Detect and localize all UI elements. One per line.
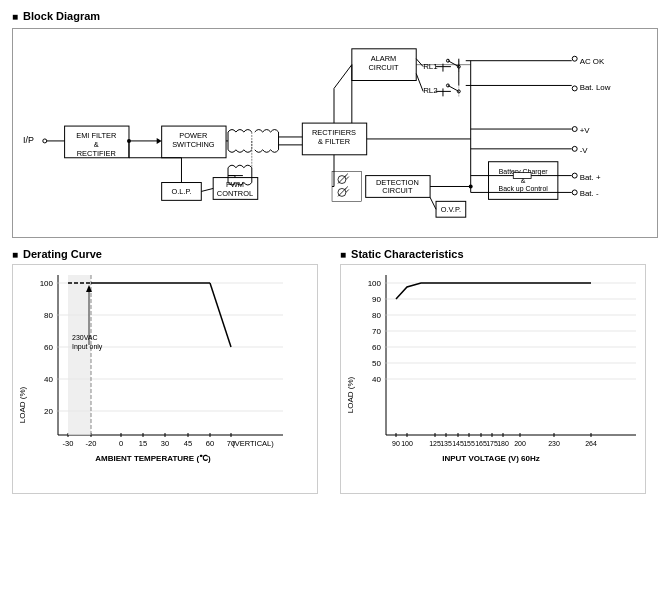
svg-text:0: 0 xyxy=(119,439,123,448)
svg-text:I/P: I/P xyxy=(23,135,34,145)
svg-text:264: 264 xyxy=(585,440,597,447)
block-diagram-svg: I/P EMI FILTER & RECTIFIER POWER SWITCHI… xyxy=(13,29,657,237)
page: Block Diagram I/P EMI FILTER & RECTIFIER… xyxy=(0,0,670,599)
svg-text:-30: -30 xyxy=(63,439,74,448)
svg-text:90: 90 xyxy=(392,440,400,447)
svg-text:DETECTION: DETECTION xyxy=(376,178,419,187)
svg-text:Bat. -: Bat. - xyxy=(580,189,599,198)
svg-text:40: 40 xyxy=(372,375,381,384)
derating-curve-container: LOAD (%) 100 80 60 40 xyxy=(12,264,318,494)
svg-text:SWITCHING: SWITCHING xyxy=(172,140,215,149)
svg-text:O.V.P.: O.V.P. xyxy=(441,205,461,214)
static-characteristics-svg: LOAD (%) 100 90 80 70 60 50 xyxy=(341,265,647,495)
svg-text:EMI FILTER: EMI FILTER xyxy=(76,131,116,140)
svg-point-43 xyxy=(572,56,577,61)
svg-text:Input only: Input only xyxy=(72,343,103,351)
svg-text:45: 45 xyxy=(184,439,192,448)
svg-text:30: 30 xyxy=(161,439,169,448)
svg-point-80 xyxy=(469,185,473,189)
svg-point-57 xyxy=(572,173,577,178)
svg-text:LOAD (%): LOAD (%) xyxy=(18,386,27,423)
derating-curve-svg: LOAD (%) 100 80 60 40 xyxy=(13,265,319,495)
svg-text:100: 100 xyxy=(40,279,54,288)
svg-marker-8 xyxy=(157,138,162,144)
svg-text:POWER: POWER xyxy=(179,131,207,140)
svg-text:PWM: PWM xyxy=(226,180,244,189)
svg-text:(VERTICAL): (VERTICAL) xyxy=(232,439,274,448)
svg-text:RL1: RL1 xyxy=(423,62,438,71)
static-characteristics-section: Static Characteristics LOAD (%) 100 90 8… xyxy=(340,248,658,494)
svg-text:& FILTER: & FILTER xyxy=(318,137,350,146)
svg-text:155: 155 xyxy=(463,440,475,447)
svg-line-41 xyxy=(416,59,423,67)
svg-line-75 xyxy=(345,186,348,189)
svg-text:&: & xyxy=(94,140,99,149)
svg-text:70: 70 xyxy=(372,327,381,336)
static-characteristics-title: Static Characteristics xyxy=(340,248,658,260)
svg-text:Back up Control: Back up Control xyxy=(499,185,549,193)
svg-point-54 xyxy=(572,146,577,151)
svg-rect-68 xyxy=(332,172,362,202)
svg-line-83 xyxy=(430,197,436,209)
svg-text:AMBIENT TEMPERATURE (℃): AMBIENT TEMPERATURE (℃) xyxy=(95,454,211,463)
svg-text:Bat. +: Bat. + xyxy=(580,173,601,182)
svg-text:CIRCUIT: CIRCUIT xyxy=(369,63,400,72)
svg-text:100: 100 xyxy=(401,440,413,447)
svg-text:15: 15 xyxy=(139,439,147,448)
block-diagram-container: I/P EMI FILTER & RECTIFIER POWER SWITCHI… xyxy=(12,28,658,238)
svg-text:20: 20 xyxy=(44,407,53,416)
svg-text:-V: -V xyxy=(580,146,589,155)
bottom-sections: Derating Curve LOAD (%) 100 80 xyxy=(12,248,658,494)
svg-point-100 xyxy=(127,139,131,143)
svg-text:INPUT VOLTAGE (V) 60Hz: INPUT VOLTAGE (V) 60Hz xyxy=(442,454,540,463)
svg-text:200: 200 xyxy=(514,440,526,447)
svg-text:ALARM: ALARM xyxy=(371,54,397,63)
svg-rect-88 xyxy=(513,173,531,179)
svg-text:60: 60 xyxy=(44,343,53,352)
svg-text:RECTIFIER: RECTIFIER xyxy=(77,149,116,158)
svg-text:-20: -20 xyxy=(86,439,97,448)
svg-text:RL2: RL2 xyxy=(423,86,438,95)
svg-point-51 xyxy=(572,127,577,132)
svg-text:RECTIFIERS: RECTIFIERS xyxy=(312,128,356,137)
svg-line-42 xyxy=(416,74,423,92)
svg-text:80: 80 xyxy=(372,311,381,320)
svg-point-46 xyxy=(572,86,577,91)
block-diagram-section: Block Diagram I/P EMI FILTER & RECTIFIER… xyxy=(12,10,658,238)
svg-rect-136 xyxy=(68,275,91,435)
svg-text:60: 60 xyxy=(372,343,381,352)
svg-text:60: 60 xyxy=(206,439,214,448)
svg-line-72 xyxy=(346,177,349,180)
svg-text:Bat. Low: Bat. Low xyxy=(580,83,611,92)
svg-text:50: 50 xyxy=(372,359,381,368)
block-diagram-title: Block Diagram xyxy=(12,10,658,22)
svg-line-94 xyxy=(201,188,213,191)
svg-point-1 xyxy=(43,139,47,143)
svg-text:180: 180 xyxy=(497,440,509,447)
svg-point-60 xyxy=(572,190,577,195)
svg-line-71 xyxy=(345,174,348,177)
svg-text:230: 230 xyxy=(548,440,560,447)
svg-text:CIRCUIT: CIRCUIT xyxy=(382,186,413,195)
svg-text:AC OK: AC OK xyxy=(580,57,605,66)
static-characteristics-container: LOAD (%) 100 90 80 70 60 50 xyxy=(340,264,646,494)
svg-text:LOAD (%): LOAD (%) xyxy=(346,376,355,413)
svg-text:80: 80 xyxy=(44,311,53,320)
svg-text:+V: +V xyxy=(580,126,591,135)
svg-text:90: 90 xyxy=(372,295,381,304)
svg-text:40: 40 xyxy=(44,375,53,384)
svg-text:O.L.P.: O.L.P. xyxy=(171,187,191,196)
svg-text:100: 100 xyxy=(368,279,382,288)
svg-text:CONTROL: CONTROL xyxy=(217,189,253,198)
svg-line-76 xyxy=(346,189,349,192)
svg-point-38 xyxy=(446,84,449,87)
svg-text:230VAC: 230VAC xyxy=(72,334,98,341)
svg-text:135: 135 xyxy=(440,440,452,447)
derating-curve-title: Derating Curve xyxy=(12,248,330,260)
svg-line-104 xyxy=(334,65,352,89)
derating-curve-section: Derating Curve LOAD (%) 100 80 xyxy=(12,248,330,494)
